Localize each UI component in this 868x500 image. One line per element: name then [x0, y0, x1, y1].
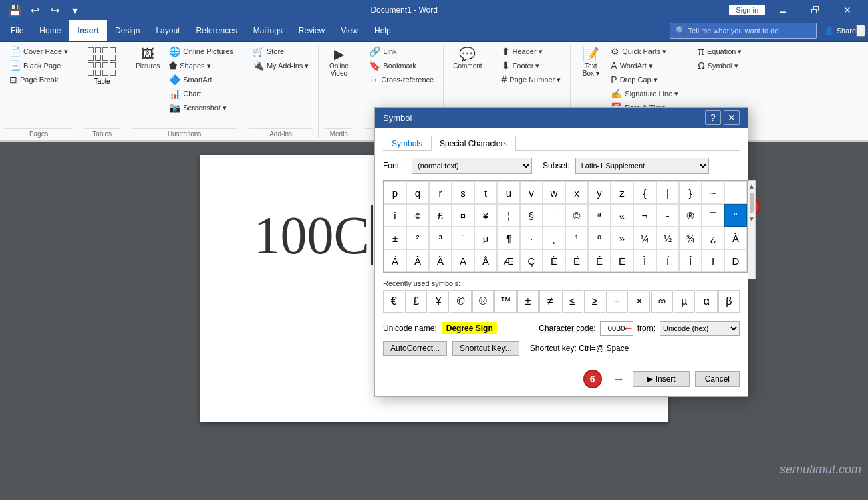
- wordart-button[interactable]: AWordArt ▾: [607, 59, 682, 72]
- recent-symbol-4[interactable]: ®: [472, 290, 494, 313]
- symbol-cell-5[interactable]: u: [497, 181, 520, 204]
- symbol-cell-1[interactable]: q: [406, 181, 429, 204]
- my-addins-button[interactable]: 🔌My Add-ins ▾: [249, 59, 313, 72]
- symbol-cell-60[interactable]: Í: [656, 249, 679, 272]
- cancel-button[interactable]: Cancel: [695, 371, 740, 387]
- symbol-cell-36[interactable]: µ: [474, 227, 497, 249]
- symbol-cell-56[interactable]: É: [565, 249, 588, 272]
- symbol-cell-45[interactable]: ¾: [679, 227, 702, 249]
- symbol-cell-43[interactable]: ¼: [633, 227, 656, 249]
- tab-home[interactable]: Home: [31, 20, 69, 41]
- symbol-cell-57[interactable]: Ê: [588, 249, 611, 272]
- symbol-cell-51[interactable]: Ä: [452, 249, 474, 272]
- symbol-cell-44[interactable]: ½: [656, 227, 679, 249]
- symbol-cell-31[interactable]: °: [724, 204, 747, 227]
- symbol-cell-23[interactable]: ¨: [543, 204, 565, 227]
- symbol-cell-17[interactable]: ¢: [406, 204, 429, 227]
- recent-symbol-11[interactable]: ×: [629, 290, 650, 313]
- symbol-cell-8[interactable]: x: [565, 181, 588, 204]
- symbol-cell-61[interactable]: Î: [679, 249, 702, 272]
- symbol-cell-6[interactable]: v: [520, 181, 543, 204]
- recent-symbol-8[interactable]: ≤: [562, 290, 583, 313]
- subset-select[interactable]: Latin-1 Supplement: [575, 158, 709, 174]
- customize-qat-button[interactable]: ▾: [65, 1, 84, 19]
- shapes-button[interactable]: ⬟Shapes ▾: [165, 59, 237, 72]
- comment-button[interactable]: 💬Comment: [449, 45, 486, 72]
- insert-button[interactable]: ▶ Insert: [633, 371, 690, 387]
- minimize-button[interactable]: 🗕: [768, 0, 799, 20]
- font-select[interactable]: (normal text): [412, 158, 532, 174]
- undo-button[interactable]: ↩: [25, 1, 44, 19]
- symbol-cell-34[interactable]: ³: [429, 227, 452, 249]
- recent-symbol-12[interactable]: ∞: [651, 290, 672, 313]
- tab-insert[interactable]: Insert: [69, 20, 107, 41]
- symbol-cell-38[interactable]: ·: [520, 227, 543, 249]
- tab-review[interactable]: Review: [291, 20, 333, 41]
- symbol-cell-40[interactable]: ¹: [565, 227, 588, 249]
- symbol-cell-47[interactable]: À: [724, 227, 747, 249]
- scrollbar-down-button[interactable]: ▼: [748, 214, 755, 224]
- online-pictures-button[interactable]: 🌐Online Pictures: [165, 45, 237, 58]
- recent-symbol-9[interactable]: ≥: [584, 290, 605, 313]
- symbol-cell-19[interactable]: ¤: [452, 204, 474, 227]
- from-select[interactable]: Unicode (hex): [660, 321, 740, 336]
- page-break-button[interactable]: ⊟Page Break: [5, 73, 72, 86]
- symbol-cell-28[interactable]: -: [656, 204, 679, 227]
- scrollbar-up-button[interactable]: ▲: [748, 181, 755, 191]
- redo-button[interactable]: ↪: [45, 1, 64, 19]
- dropcap-button[interactable]: PDrop Cap ▾: [607, 73, 682, 86]
- symbol-help-button[interactable]: ?: [705, 110, 721, 125]
- save-button[interactable]: 💾: [5, 1, 24, 19]
- symbol-cell-18[interactable]: £: [429, 204, 452, 227]
- tab-special-chars[interactable]: Special Characters: [431, 136, 516, 151]
- symbol-cell-37[interactable]: ¶: [497, 227, 520, 249]
- symbol-cell-11[interactable]: {: [633, 181, 656, 204]
- symbol-cell-24[interactable]: ©: [565, 204, 588, 227]
- pictures-button[interactable]: 🖼Pictures: [132, 45, 164, 72]
- link-button[interactable]: 🔗Link: [365, 45, 438, 58]
- equation-button[interactable]: πEquation ▾: [694, 45, 746, 58]
- symbol-cell-58[interactable]: Ë: [611, 249, 633, 272]
- symbol-cell-7[interactable]: w: [543, 181, 565, 204]
- chart-button[interactable]: 📊Chart: [165, 87, 237, 100]
- symbol-cell-12[interactable]: |: [656, 181, 679, 204]
- symbol-cell-25[interactable]: ª: [588, 204, 611, 227]
- symbol-cell-33[interactable]: ²: [406, 227, 429, 249]
- tab-help[interactable]: Help: [366, 20, 399, 41]
- symbol-cell-48[interactable]: Á: [384, 249, 406, 272]
- symbol-cell-52[interactable]: Å: [474, 249, 497, 272]
- textbox-button[interactable]: 📝TextBox ▾: [576, 45, 605, 80]
- close-window-button[interactable]: ✕: [832, 0, 863, 20]
- symbol-cell-53[interactable]: Æ: [497, 249, 520, 272]
- symbol-cell-10[interactable]: z: [611, 181, 633, 204]
- recent-symbol-7[interactable]: ≠: [539, 290, 561, 313]
- store-button[interactable]: 🛒Store: [249, 45, 313, 58]
- symbol-cell-22[interactable]: §: [520, 204, 543, 227]
- table-button[interactable]: Table: [84, 45, 120, 88]
- symbol-button[interactable]: ΩSymbol ▾: [694, 59, 746, 72]
- bookmark-button[interactable]: 🔖Bookmark: [365, 59, 438, 72]
- symbol-cell-50[interactable]: Ã: [429, 249, 452, 272]
- tab-design[interactable]: Design: [107, 20, 148, 41]
- symbol-close-button[interactable]: ✕: [724, 110, 740, 125]
- tab-symbols[interactable]: Symbols: [383, 136, 431, 151]
- symbol-cell-63[interactable]: Ð: [724, 249, 747, 272]
- symbol-cell-27[interactable]: ¬: [633, 204, 656, 227]
- page-number-button[interactable]: #Page Number ▾: [498, 73, 565, 86]
- symbol-cell-39[interactable]: ¸: [543, 227, 565, 249]
- online-video-button[interactable]: ▶OnlineVideo: [324, 45, 353, 80]
- quick-parts-button[interactable]: ⚙Quick Parts ▾: [607, 45, 682, 58]
- symbol-cell-41[interactable]: º: [588, 227, 611, 249]
- tab-file[interactable]: File: [3, 20, 31, 41]
- recent-symbol-6[interactable]: ±: [517, 290, 539, 313]
- tab-view[interactable]: View: [333, 20, 366, 41]
- recent-symbol-15[interactable]: β: [718, 290, 740, 313]
- symbol-cell-54[interactable]: Ç: [520, 249, 543, 272]
- symbol-cell-4[interactable]: t: [474, 181, 497, 204]
- sign-in-button[interactable]: Sign in: [729, 5, 765, 15]
- symbol-cell-2[interactable]: r: [429, 181, 452, 204]
- cover-page-button[interactable]: 📄Cover Page ▾: [5, 45, 72, 58]
- signatureline-button[interactable]: ✍Signature Line ▾: [607, 87, 682, 100]
- autocorrect-button[interactable]: AutoCorrect...: [383, 341, 447, 356]
- collapse-ribbon-button[interactable]: ⌃: [856, 25, 865, 37]
